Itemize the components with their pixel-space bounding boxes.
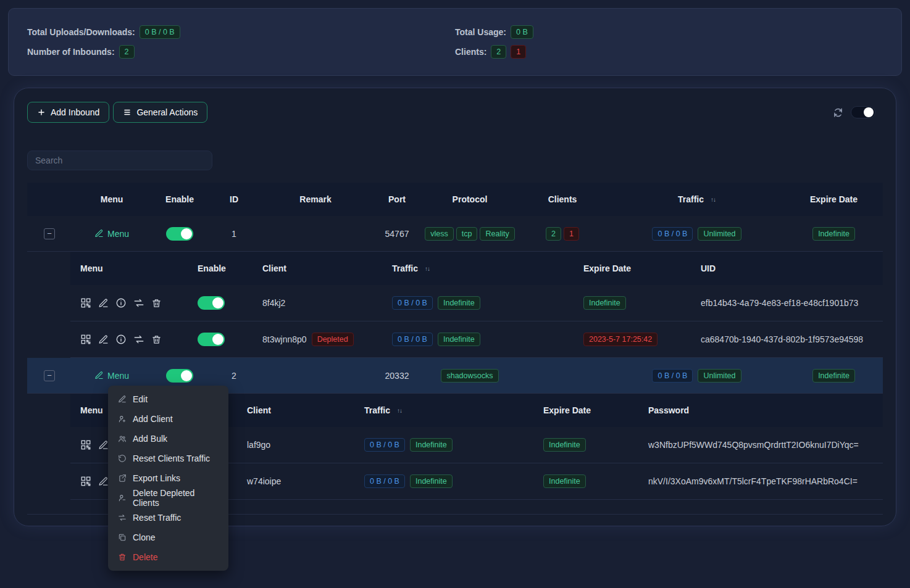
menu-item-reset-traffic[interactable]: Reset Traffic — [108, 508, 228, 528]
user-minus-icon — [118, 494, 127, 502]
edit-pencil-icon — [98, 440, 109, 450]
client-enable-toggle[interactable] — [198, 296, 225, 310]
traffic-usage-badge: 0 B / 0 B — [364, 438, 405, 452]
menu-item-label: Reset Traffic — [133, 513, 181, 523]
edit-client-button[interactable] — [98, 298, 109, 308]
menu-item-delete-depleted-clients[interactable]: Delete Depleted Clients — [108, 488, 228, 508]
menu-item-label: Export Links — [133, 473, 180, 483]
inbound-menu-label: Menu — [107, 371, 129, 381]
inbound-enable-toggle[interactable] — [166, 369, 193, 383]
toolbar: Add Inbound General Actions — [27, 102, 883, 123]
sub-header-client: Client — [253, 263, 382, 273]
client-uid: efb14b43-4a79-4e83-ef18-e48cf1901b73 — [691, 298, 883, 308]
refresh-button[interactable] — [833, 107, 843, 118]
protocol-tag: shadowsocks — [441, 369, 498, 383]
inbound-1-clients-table: Menu Enable Client Traffic ↑↓ Expire Dat… — [70, 252, 883, 358]
client-expire: Indefinite — [533, 474, 638, 488]
client-info-button[interactable] — [115, 297, 127, 308]
stats-panel: Total Uploads/Downloads: 0 B / 0 B Numbe… — [8, 8, 902, 76]
qr-code-button[interactable] — [80, 297, 91, 308]
qr-code-button[interactable] — [80, 476, 91, 487]
client-name: 8f4kj2 — [253, 298, 382, 308]
client-name-cell: 8t3wjnn8p0 Depleted — [253, 333, 382, 346]
qr-code-button[interactable] — [80, 334, 91, 345]
general-actions-label: General Actions — [136, 107, 198, 117]
edit-pencil-icon — [118, 395, 127, 404]
swap-arrows-icon — [133, 297, 144, 308]
inbound-clients-counts: 2 1 — [516, 227, 609, 241]
traffic-limit-badge: Indefinite — [438, 296, 480, 310]
traffic-limit-badge: Indefinite — [410, 438, 453, 452]
menu-item-add-client[interactable]: Add Client — [108, 409, 228, 429]
sort-icons: ↑↓ — [397, 407, 402, 414]
plus-icon — [37, 108, 46, 117]
inbound-id: 1 — [207, 229, 261, 239]
client-enable-toggle[interactable] — [198, 333, 225, 346]
menu-item-label: Edit — [133, 394, 148, 404]
inbound-traffic: 0 B / 0 B Unlimited — [609, 369, 785, 383]
number-of-inbounds-value: 2 — [119, 45, 135, 59]
general-actions-button[interactable]: General Actions — [113, 102, 207, 123]
reset-client-traffic-button[interactable] — [133, 334, 144, 345]
header-protocol: Protocol — [424, 194, 516, 204]
stat-total-usage: Total Usage: 0 B — [455, 25, 883, 39]
inbound-menu-link[interactable]: Menu — [94, 229, 129, 239]
inbound-menu-label: Menu — [107, 229, 129, 239]
menu-item-delete[interactable]: Delete — [108, 547, 228, 567]
edit-client-button[interactable] — [98, 440, 109, 450]
add-inbound-button[interactable]: Add Inbound — [27, 102, 109, 123]
menu-item-edit[interactable]: Edit — [108, 389, 228, 409]
total-usage-label: Total Usage: — [455, 27, 506, 37]
dark-mode-toggle[interactable] — [851, 106, 875, 118]
reset-client-traffic-button[interactable] — [133, 297, 144, 308]
client-traffic: 0 B / 0 B Indefinite — [354, 474, 533, 488]
client-traffic: 0 B / 0 B Indefinite — [354, 438, 533, 452]
list-menu-icon — [123, 108, 131, 117]
stat-clients: Clients: 2 1 — [455, 45, 883, 59]
sub-header-traffic[interactable]: Traffic ↑↓ — [354, 405, 533, 415]
inbound-menu-link[interactable]: Menu — [94, 371, 129, 381]
inbound-enable-toggle[interactable] — [166, 227, 193, 241]
menu-item-add-bulk[interactable]: Add Bulk — [108, 429, 228, 449]
number-of-inbounds-label: Number of Inbounds: — [27, 47, 115, 57]
menu-item-reset-clients-traffic[interactable]: Reset Clients Traffic — [108, 449, 228, 468]
client-expire: Indefinite — [533, 438, 638, 452]
total-uploads-downloads-value: 0 B / 0 B — [140, 25, 180, 39]
inbound-traffic: 0 B / 0 B Unlimited — [609, 227, 785, 241]
expire-badge: Indefinite — [812, 227, 855, 241]
clients-depleted-badge: 1 — [564, 227, 579, 241]
menu-item-export-links[interactable]: Export Links — [108, 468, 228, 488]
header-traffic[interactable]: Traffic ↑↓ — [609, 194, 785, 204]
client-expire: Indefinite — [574, 296, 691, 310]
user-plus-icon — [118, 415, 127, 423]
traffic-limit-badge: Unlimited — [698, 369, 741, 383]
trash-icon — [118, 553, 127, 561]
traffic-usage-badge: 0 B / 0 B — [652, 227, 693, 241]
sub-header-traffic[interactable]: Traffic ↑↓ — [382, 263, 574, 273]
client-name: 8t3wjnn8p0 — [262, 334, 307, 344]
toolbar-buttons: Add Inbound General Actions — [27, 102, 207, 123]
refresh-icon — [833, 107, 843, 118]
clients-depleted-count: 1 — [511, 45, 526, 59]
menu-item-clone[interactable]: Clone — [108, 528, 228, 547]
delete-client-button[interactable] — [151, 334, 162, 345]
delete-client-button[interactable] — [151, 298, 162, 308]
edit-client-button[interactable] — [98, 334, 109, 345]
swap-arrows-icon — [133, 334, 144, 345]
client-info-button[interactable] — [115, 334, 127, 345]
sub-header-client: Client — [237, 405, 354, 415]
search-input[interactable] — [27, 151, 212, 170]
stats-right-column: Total Usage: 0 B Clients: 2 1 — [455, 9, 883, 75]
edit-client-button[interactable] — [98, 476, 109, 487]
menu-item-label: Delete — [133, 552, 157, 562]
collapse-row-button[interactable]: − — [44, 370, 55, 381]
clients-active-badge: 2 — [546, 227, 561, 241]
sub-header-enable: Enable — [188, 263, 253, 273]
qr-code-button[interactable] — [80, 439, 91, 450]
sub-header-expire: Expire Date — [533, 405, 638, 415]
client-actions — [70, 334, 188, 345]
inbound-row-1: − Menu 1 54767 vless tcp Reality 2 1 — [27, 216, 883, 252]
swap-arrows-icon — [118, 513, 127, 522]
collapse-row-button[interactable]: − — [44, 228, 55, 239]
client-row: 8f4kj2 0 B / 0 B Indefinite Indefinite e… — [70, 285, 883, 321]
